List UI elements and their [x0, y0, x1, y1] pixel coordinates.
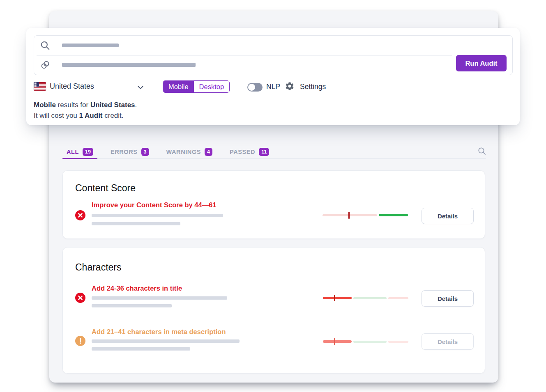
placeholder-bar	[92, 222, 180, 225]
meta-range-indicator	[323, 338, 408, 345]
note-line-2: It will cost you 1 Audit credit.	[34, 110, 137, 121]
placeholder-bar	[92, 296, 227, 300]
tab-count-badge: 3	[141, 148, 149, 156]
card-title: Characters	[75, 261, 121, 273]
tab-passed[interactable]: PASSED 11	[226, 145, 273, 158]
placeholder-bar	[92, 214, 223, 217]
placeholder-bar	[92, 304, 172, 307]
tab-count-badge: 11	[259, 148, 269, 156]
details-button[interactable]: Details	[422, 208, 474, 224]
details-button[interactable]: Details	[422, 333, 474, 350]
error-cross-icon	[75, 293, 85, 303]
warning-exclamation-icon	[75, 336, 85, 346]
keyword-input[interactable]	[34, 36, 512, 55]
card-title: Content Score	[75, 182, 136, 194]
url-input[interactable]	[34, 55, 512, 74]
tab-errors[interactable]: ERRORS 3	[106, 145, 153, 158]
tab-count-badge: 19	[83, 148, 93, 156]
search-icon[interactable]	[477, 147, 486, 156]
characters-card: Characters Add 24-36 characters in title…	[62, 247, 485, 374]
placeholder-bar	[62, 63, 196, 67]
note-line-1: Mobile results for United States.	[34, 100, 137, 110]
placeholder-bar	[62, 44, 119, 47]
tab-count-badge: 4	[205, 148, 212, 156]
device-option-desktop[interactable]: Desktop	[194, 81, 230, 92]
run-audit-button[interactable]: Run Audit	[456, 55, 507, 71]
us-flag-icon	[34, 82, 46, 91]
nlp-label: NLP	[266, 83, 280, 91]
settings-label[interactable]: Settings	[300, 83, 326, 91]
issue-message: Add 21–41 characters in meta description	[92, 328, 226, 336]
results-filter-tabs: ALL 19 ERRORS 3 WARNINGS 4 PASSED 11	[62, 145, 486, 159]
input-divider	[37, 55, 452, 56]
placeholder-bar	[92, 347, 190, 351]
toggle-knob	[248, 84, 255, 91]
chevron-down-icon[interactable]	[137, 84, 144, 91]
tab-all[interactable]: ALL 19	[62, 145, 97, 158]
device-option-mobile[interactable]: Mobile	[163, 81, 194, 92]
country-selector[interactable]: United States	[50, 82, 94, 91]
audit-setup-panel: Run Audit United States Mobile Desktop N…	[26, 28, 520, 125]
nlp-toggle[interactable]	[247, 83, 263, 92]
tab-warnings[interactable]: WARNINGS 4	[162, 145, 217, 158]
details-button[interactable]: Details	[422, 290, 474, 307]
search-icon	[40, 40, 51, 51]
device-switch: Mobile Desktop	[163, 80, 230, 93]
content-score-card: Content Score Improve your Content Score…	[62, 170, 485, 239]
audit-note: Mobile results for United States. It wil…	[34, 100, 137, 121]
gear-icon[interactable]	[285, 81, 295, 91]
audit-input-group	[34, 35, 513, 75]
tab-label: PASSED	[230, 149, 255, 155]
error-cross-icon	[75, 210, 85, 220]
tab-label: WARNINGS	[166, 149, 201, 155]
row-divider	[92, 317, 474, 317]
issue-message: Add 24-36 characters in title	[92, 284, 182, 292]
issue-message: Improve your Content Score by 44—61	[92, 201, 217, 209]
title-range-indicator	[323, 294, 408, 302]
score-range-indicator	[323, 211, 408, 219]
tab-label: ALL	[67, 149, 79, 155]
placeholder-bar	[92, 339, 240, 343]
tab-label: ERRORS	[111, 149, 138, 155]
link-icon	[40, 60, 51, 70]
